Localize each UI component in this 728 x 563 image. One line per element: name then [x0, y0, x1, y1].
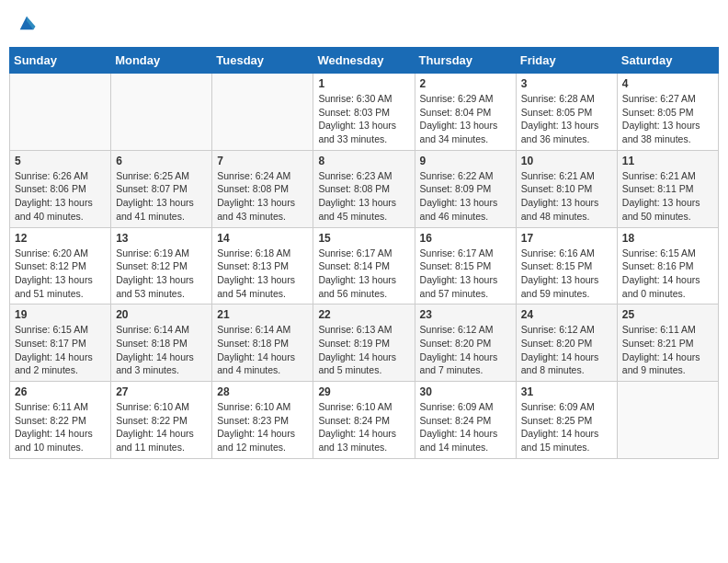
day-info: Sunrise: 6:09 AMSunset: 8:24 PMDaylight:…: [420, 400, 511, 454]
calendar-week-1: 1Sunrise: 6:30 AMSunset: 8:03 PMDaylight…: [10, 74, 719, 151]
day-info: Sunrise: 6:21 AMSunset: 8:11 PMDaylight:…: [622, 169, 713, 224]
day-number: 18: [622, 232, 713, 245]
day-number: 1: [318, 77, 409, 90]
day-info: Sunrise: 6:13 AMSunset: 8:19 PMDaylight:…: [318, 323, 409, 377]
day-info: Sunrise: 6:15 AMSunset: 8:16 PMDaylight:…: [622, 247, 713, 301]
day-number: 10: [521, 155, 612, 167]
weekday-header-row: SundayMondayTuesdayWednesdayThursdayFrid…: [10, 48, 719, 74]
day-info: Sunrise: 6:16 AMSunset: 8:15 PMDaylight:…: [521, 247, 612, 301]
day-number: 22: [318, 308, 409, 321]
day-number: 23: [420, 308, 511, 321]
day-number: 14: [217, 232, 308, 245]
calendar-cell: 31Sunrise: 6:09 AMSunset: 8:25 PMDayligh…: [516, 382, 617, 459]
day-number: 13: [116, 232, 207, 245]
calendar-cell: [617, 382, 718, 459]
calendar-cell: 8Sunrise: 6:23 AMSunset: 8:08 PMDaylight…: [313, 150, 415, 227]
day-info: Sunrise: 6:15 AMSunset: 8:17 PMDaylight:…: [15, 323, 106, 377]
calendar-cell: 1Sunrise: 6:30 AMSunset: 8:03 PMDaylight…: [313, 74, 415, 151]
calendar-cell: 24Sunrise: 6:12 AMSunset: 8:20 PMDayligh…: [516, 304, 617, 382]
weekday-header-monday: Monday: [111, 48, 212, 74]
day-info: Sunrise: 6:22 AMSunset: 8:09 PMDaylight:…: [420, 169, 511, 224]
day-info: Sunrise: 6:30 AMSunset: 8:03 PMDaylight:…: [318, 92, 409, 146]
calendar-cell: [212, 74, 313, 151]
weekday-header-thursday: Thursday: [415, 48, 516, 74]
day-number: 11: [622, 155, 713, 167]
day-info: Sunrise: 6:19 AMSunset: 8:12 PMDaylight:…: [116, 247, 207, 301]
day-info: Sunrise: 6:10 AMSunset: 8:22 PMDaylight:…: [116, 400, 207, 454]
calendar-week-4: 19Sunrise: 6:15 AMSunset: 8:17 PMDayligh…: [10, 304, 719, 382]
day-info: Sunrise: 6:14 AMSunset: 8:18 PMDaylight:…: [217, 323, 308, 377]
logo-icon: [17, 13, 37, 33]
day-number: 5: [15, 155, 106, 167]
day-info: Sunrise: 6:12 AMSunset: 8:20 PMDaylight:…: [521, 323, 612, 377]
day-info: Sunrise: 6:09 AMSunset: 8:25 PMDaylight:…: [521, 400, 612, 454]
weekday-header-saturday: Saturday: [617, 48, 718, 74]
calendar-week-3: 12Sunrise: 6:20 AMSunset: 8:12 PMDayligh…: [10, 227, 719, 304]
weekday-header-sunday: Sunday: [10, 48, 111, 74]
day-info: Sunrise: 6:29 AMSunset: 8:04 PMDaylight:…: [420, 92, 511, 146]
logo: [15, 13, 37, 38]
day-info: Sunrise: 6:23 AMSunset: 8:08 PMDaylight:…: [318, 169, 409, 224]
calendar-week-5: 26Sunrise: 6:11 AMSunset: 8:22 PMDayligh…: [10, 382, 719, 459]
calendar-cell: 21Sunrise: 6:14 AMSunset: 8:18 PMDayligh…: [212, 304, 313, 382]
calendar-cell: 25Sunrise: 6:11 AMSunset: 8:21 PMDayligh…: [617, 304, 718, 382]
day-info: Sunrise: 6:27 AMSunset: 8:05 PMDaylight:…: [622, 92, 713, 146]
day-number: 17: [521, 232, 612, 245]
calendar-cell: 12Sunrise: 6:20 AMSunset: 8:12 PMDayligh…: [10, 227, 111, 304]
calendar-cell: 10Sunrise: 6:21 AMSunset: 8:10 PMDayligh…: [516, 150, 617, 227]
day-number: 21: [217, 308, 308, 321]
day-info: Sunrise: 6:17 AMSunset: 8:15 PMDaylight:…: [420, 247, 511, 301]
day-info: Sunrise: 6:10 AMSunset: 8:24 PMDaylight:…: [318, 400, 409, 454]
calendar-cell: 29Sunrise: 6:10 AMSunset: 8:24 PMDayligh…: [313, 382, 415, 459]
day-number: 2: [420, 77, 511, 90]
calendar-cell: 3Sunrise: 6:28 AMSunset: 8:05 PMDaylight…: [516, 74, 617, 151]
day-number: 8: [318, 155, 409, 167]
calendar-cell: 6Sunrise: 6:25 AMSunset: 8:07 PMDaylight…: [111, 150, 212, 227]
calendar-cell: 16Sunrise: 6:17 AMSunset: 8:15 PMDayligh…: [415, 227, 516, 304]
calendar-cell: 11Sunrise: 6:21 AMSunset: 8:11 PMDayligh…: [617, 150, 718, 227]
day-info: Sunrise: 6:17 AMSunset: 8:14 PMDaylight:…: [318, 247, 409, 301]
day-info: Sunrise: 6:28 AMSunset: 8:05 PMDaylight:…: [521, 92, 612, 146]
day-number: 16: [420, 232, 511, 245]
day-number: 29: [318, 385, 409, 398]
day-number: 15: [318, 232, 409, 245]
day-info: Sunrise: 6:24 AMSunset: 8:08 PMDaylight:…: [217, 169, 308, 224]
day-number: 25: [622, 308, 713, 321]
calendar-cell: 27Sunrise: 6:10 AMSunset: 8:22 PMDayligh…: [111, 382, 212, 459]
weekday-header-wednesday: Wednesday: [313, 48, 415, 74]
day-number: 12: [15, 232, 106, 245]
calendar-table: SundayMondayTuesdayWednesdayThursdayFrid…: [9, 47, 719, 459]
calendar-cell: 7Sunrise: 6:24 AMSunset: 8:08 PMDaylight…: [212, 150, 313, 227]
calendar-cell: 23Sunrise: 6:12 AMSunset: 8:20 PMDayligh…: [415, 304, 516, 382]
calendar-cell: 30Sunrise: 6:09 AMSunset: 8:24 PMDayligh…: [415, 382, 516, 459]
day-info: Sunrise: 6:11 AMSunset: 8:22 PMDaylight:…: [15, 400, 106, 454]
calendar-cell: 17Sunrise: 6:16 AMSunset: 8:15 PMDayligh…: [516, 227, 617, 304]
day-info: Sunrise: 6:18 AMSunset: 8:13 PMDaylight:…: [217, 247, 308, 301]
calendar-cell: 26Sunrise: 6:11 AMSunset: 8:22 PMDayligh…: [10, 382, 111, 459]
day-info: Sunrise: 6:21 AMSunset: 8:10 PMDaylight:…: [521, 169, 612, 224]
calendar-cell: 18Sunrise: 6:15 AMSunset: 8:16 PMDayligh…: [617, 227, 718, 304]
calendar-cell: 4Sunrise: 6:27 AMSunset: 8:05 PMDaylight…: [617, 74, 718, 151]
day-number: 30: [420, 385, 511, 398]
day-number: 20: [116, 308, 207, 321]
day-info: Sunrise: 6:10 AMSunset: 8:23 PMDaylight:…: [217, 400, 308, 454]
calendar-cell: 28Sunrise: 6:10 AMSunset: 8:23 PMDayligh…: [212, 382, 313, 459]
calendar-cell: 20Sunrise: 6:14 AMSunset: 8:18 PMDayligh…: [111, 304, 212, 382]
calendar-cell: 5Sunrise: 6:26 AMSunset: 8:06 PMDaylight…: [10, 150, 111, 227]
weekday-header-friday: Friday: [516, 48, 617, 74]
day-info: Sunrise: 6:12 AMSunset: 8:20 PMDaylight:…: [420, 323, 511, 377]
day-number: 28: [217, 385, 308, 398]
day-number: 31: [521, 385, 612, 398]
weekday-header-tuesday: Tuesday: [212, 48, 313, 74]
day-info: Sunrise: 6:20 AMSunset: 8:12 PMDaylight:…: [15, 247, 106, 301]
calendar-cell: 22Sunrise: 6:13 AMSunset: 8:19 PMDayligh…: [313, 304, 415, 382]
day-info: Sunrise: 6:14 AMSunset: 8:18 PMDaylight:…: [116, 323, 207, 377]
day-number: 24: [521, 308, 612, 321]
day-number: 7: [217, 155, 308, 167]
day-number: 4: [622, 77, 713, 90]
day-number: 6: [116, 155, 207, 167]
day-info: Sunrise: 6:11 AMSunset: 8:21 PMDaylight:…: [622, 323, 713, 377]
page-header: [9, 9, 719, 41]
day-number: 9: [420, 155, 511, 167]
calendar-cell: 9Sunrise: 6:22 AMSunset: 8:09 PMDaylight…: [415, 150, 516, 227]
